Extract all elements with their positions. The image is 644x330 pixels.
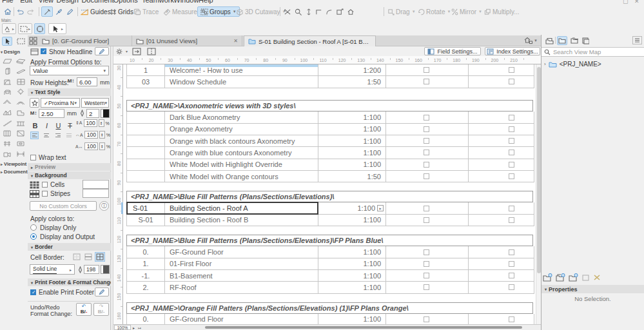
row-checkbox[interactable] [424,217,429,223]
row-height-input[interactable]: 6.00 [77,77,97,86]
door-tool[interactable] [2,77,12,86]
menu-document[interactable]: Document [81,0,113,4]
cell-name[interactable]: Dark Blue Axonometry [165,112,318,122]
redo-button[interactable] [27,6,35,17]
cell-checkbox-1[interactable] [386,215,469,226]
arrow-tool-button[interactable]: ▸ [48,23,66,34]
rotate-button[interactable]: Rotate▼ [418,6,451,17]
zoom-level[interactable]: 100% [114,325,131,330]
menu-teamwork[interactable]: Teamwork [142,0,174,4]
table-row[interactable]: -1.B1-Basement1:100 [126,270,534,282]
cell-checkbox-1[interactable] [386,147,469,158]
underline-button[interactable]: U [54,122,63,130]
cell-name[interactable]: RF-Roof [165,282,318,293]
adjust-button[interactable] [295,6,302,17]
scheme-settings-button[interactable]: ▾ [115,46,128,56]
elevation-button[interactable] [306,6,312,17]
favorite-style-button[interactable] [30,98,39,108]
menu-file[interactable]: File [2,0,14,4]
cell-scale[interactable]: 1:100 [318,135,386,146]
row-checkbox[interactable] [509,150,514,155]
undo-format-button[interactable]: ↶B/- [76,303,92,316]
horizontal-scrollbar-thumb[interactable] [205,326,522,329]
table-row[interactable]: 0.GF-Ground Floor1:100 [126,246,534,258]
cell-checkbox-2[interactable] [469,76,534,87]
beam-tool[interactable] [15,67,26,76]
project-chooser-button[interactable] [544,36,554,45]
group-header-row[interactable]: <PRJ_NAME>\Orange Fill Patters (Plans/Se… [126,302,533,314]
cell-id[interactable] [127,159,165,170]
cell-checkbox-2[interactable] [469,202,534,213]
stripes-checkbox[interactable] [42,191,48,197]
merge-cells-button[interactable] [132,46,141,56]
cell-id[interactable]: 0. [127,314,165,324]
resize-button[interactable] [336,6,344,17]
redo-format-button[interactable]: ↷B/- [93,303,109,316]
tab-building-section-active[interactable]: S-01 Building Section - Roof A [S-01 Bui… [244,35,376,46]
row-checkbox[interactable] [509,173,514,179]
cell-id[interactable]: S-01 [127,202,165,213]
cell-checkbox-2[interactable] [469,258,534,269]
cell-id[interactable]: 1. [127,258,165,269]
row-checkbox[interactable] [424,261,429,267]
cell-checkbox-1[interactable] [386,282,469,293]
split-button[interactable] [284,6,291,17]
cell-checkbox-1[interactable] [386,258,469,269]
align-right-button[interactable] [54,131,62,139]
line-type-select[interactable]: Solid Line▸ [30,264,75,275]
cell-scale[interactable]: 1:100 [318,282,386,293]
zoom-step-icon[interactable]: ▸ [133,325,135,330]
table-row[interactable]: 1.01-First Floor1:100 [126,258,534,270]
tab-overview-button[interactable] [29,37,37,46]
arrow-tool[interactable] [2,37,12,46]
row-checkbox[interactable] [424,126,429,132]
menu-edit[interactable]: Edit [20,0,32,4]
row-checkbox[interactable] [509,79,514,84]
group-header-row[interactable]: <PRJ_NAME>\Axonometric views with 3D sty… [126,100,533,112]
properties-section[interactable]: Properties [542,285,644,293]
cell-id[interactable] [127,147,165,158]
show-headline-checkbox[interactable] [41,48,46,54]
opening-tool[interactable] [15,139,26,148]
cell-scale[interactable]: 1:100 [318,215,386,226]
sp1-spinner[interactable]: ▲▼ [99,119,104,127]
morph-tool[interactable] [15,108,26,117]
cell-checkbox-1[interactable] [386,159,469,170]
align-justify-button[interactable] [65,131,73,139]
enable-print-footer-checkbox[interactable] [30,289,36,295]
vertical-scrollbar[interactable] [536,64,541,324]
stripes-color-swatch[interactable] [83,189,109,198]
group-header-row[interactable]: <PRJ_NAME>\Blue Fill Patterns (Plans/Sec… [126,235,533,246]
text-style-section[interactable]: Text Style [28,88,111,96]
cell-name[interactable]: Building Section - Roof B [165,215,318,226]
cell-checkbox-2[interactable] [469,215,534,226]
row-checkbox[interactable] [509,206,514,211]
display-output-radio[interactable] [30,233,37,240]
curtain-wall-tool[interactable] [2,129,12,138]
cell-checkbox-2[interactable] [469,159,534,170]
field-settings-button[interactable]: Field Settings... [424,47,481,55]
table-row[interactable]: 0.GF-Ground Floor1:100 [126,314,534,324]
align-center-button[interactable] [42,131,50,139]
cell-id[interactable] [127,135,165,146]
stair-tool[interactable] [2,119,12,128]
cell-checkbox-2[interactable] [469,147,534,158]
cell-scale[interactable]: 1:100▶ [318,202,386,213]
border-all-button[interactable] [95,252,105,262]
cell-checkbox-1[interactable] [386,124,469,135]
cells-checkbox[interactable] [42,182,48,188]
table-row[interactable]: Dark Blue Axonometry1:100 [126,112,534,123]
border-pen-input[interactable]: 198 [84,265,99,274]
strikethrough-button[interactable]: T [66,122,74,130]
font-size-input[interactable]: 2.50 [39,109,64,118]
close-button[interactable]: ✕ [634,0,639,5]
row-checkbox[interactable] [424,206,429,211]
align-left-button[interactable] [30,131,39,139]
cell-checkbox-1[interactable] [386,76,469,87]
background-section[interactable]: Background [28,171,111,179]
corner-button[interactable] [315,6,322,17]
display-only-radio[interactable] [30,224,37,231]
cell-id[interactable] [127,112,165,122]
no-custom-colors-button[interactable]: No Custom Colors [30,201,97,211]
edit-headline-button[interactable] [95,47,109,55]
